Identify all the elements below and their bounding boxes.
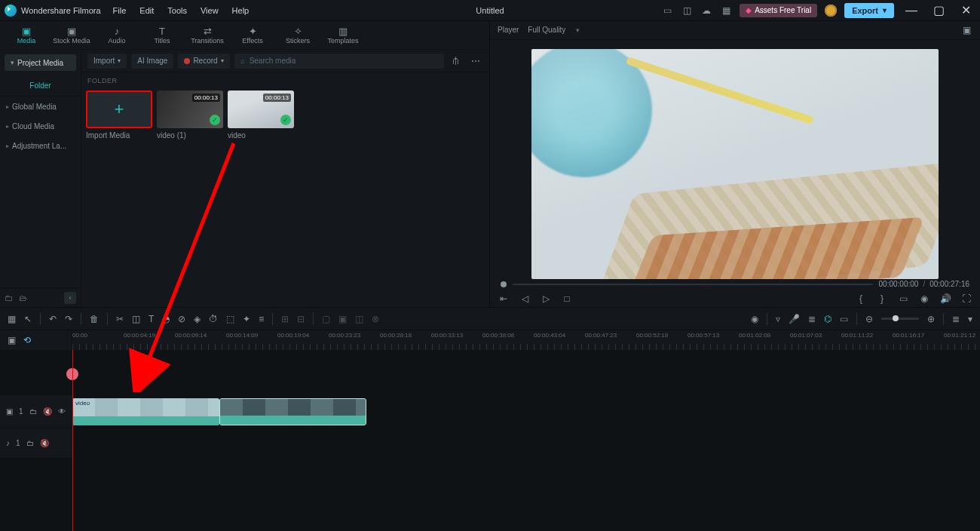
group-icon[interactable]: ⊞	[281, 314, 289, 324]
apps-icon[interactable]: ▦	[720, 5, 732, 17]
tab-stickers[interactable]: ✧Stickers	[279, 23, 317, 48]
snap-icon[interactable]: ▭	[840, 314, 848, 324]
assets-free-trial-badge[interactable]: ◆ Assets Free Trial	[740, 4, 817, 17]
fullscreen-icon[interactable]: ⛶	[960, 293, 972, 304]
coin-icon[interactable]	[825, 5, 837, 17]
display-mode-icon[interactable]: ▭	[897, 293, 909, 304]
mute-icon[interactable]: 🔇	[43, 407, 52, 416]
scrub-handle[interactable]	[501, 281, 507, 287]
tab-stock-media[interactable]: ▣Stock Media	[53, 23, 90, 48]
tab-titles[interactable]: TTitles	[143, 23, 181, 48]
tab-transitions[interactable]: ⇄Transitions	[188, 23, 226, 48]
maximize-button[interactable]: ▢	[929, 2, 948, 19]
speed-circle-icon[interactable]: ◔	[162, 314, 170, 324]
import-media-tile[interactable]: + Import Media	[86, 91, 152, 140]
track-link-icon[interactable]: ⟲	[23, 335, 31, 345]
more-icon[interactable]: ⋯	[468, 54, 483, 69]
export-button[interactable]: Export ▾	[844, 3, 894, 18]
menu-help[interactable]: Help	[232, 6, 250, 15]
media-thumb-video2[interactable]: 00:00:13✓ video	[228, 91, 294, 140]
minimize-button[interactable]: —	[902, 2, 921, 19]
record-dropdown[interactable]: Record▾	[178, 54, 229, 69]
cloud-icon[interactable]: ☁	[700, 5, 712, 17]
ungroup-icon[interactable]: ⊟	[297, 314, 305, 324]
tab-media[interactable]: ▣Media	[8, 23, 45, 48]
text-tool-icon[interactable]: T	[149, 314, 154, 324]
mute-icon[interactable]: 🔇	[40, 439, 49, 447]
tool-a-icon[interactable]: ▢	[322, 314, 330, 324]
split-icon[interactable]: ✂	[116, 314, 124, 324]
tab-audio[interactable]: ♪Audio	[98, 23, 136, 48]
sidebar-item-adjustment-layer[interactable]: ▸Adjustment La...	[0, 136, 81, 155]
redo-icon[interactable]: ↷	[65, 314, 72, 324]
media-icon[interactable]: ◫	[681, 5, 693, 17]
tab-templates[interactable]: ▥Templates	[324, 23, 362, 48]
menu-edit[interactable]: Edit	[139, 6, 154, 15]
track-collapse-icon[interactable]: ▣	[8, 335, 16, 345]
timeline-clip-1[interactable]: video	[72, 398, 219, 425]
play-icon[interactable]: ▷	[540, 293, 552, 304]
project-media-button[interactable]: ▾ Project Media	[5, 54, 76, 71]
zoom-slider[interactable]	[881, 318, 919, 320]
speed-icon[interactable]: ⏱	[209, 314, 218, 324]
plus-icon: +	[115, 100, 124, 119]
lock-icon[interactable]: 🗀	[29, 407, 37, 416]
volume-icon[interactable]: 🔊	[939, 293, 951, 304]
grid-icon[interactable]: ▦	[8, 314, 16, 324]
list-view-icon[interactable]: ≣	[952, 314, 960, 324]
display-icon[interactable]: ▭	[661, 5, 673, 17]
visibility-icon[interactable]: 👁	[58, 407, 66, 416]
media-thumb-video1[interactable]: 00:00:13✓ video (1)	[157, 91, 223, 140]
magnet-icon[interactable]: ⌬	[824, 314, 831, 324]
mixer-icon[interactable]: ≣	[808, 314, 816, 324]
adjust-icon[interactable]: ≡	[259, 314, 264, 324]
tab-effects[interactable]: ✦Effects	[234, 23, 271, 48]
scrub-track[interactable]	[513, 284, 873, 285]
tool-d-icon[interactable]: ⊗	[372, 314, 379, 324]
folder-header[interactable]: Folder	[0, 75, 81, 97]
close-button[interactable]: ✕	[956, 2, 975, 19]
chevron-down-icon[interactable]: ▾	[968, 314, 972, 324]
folder-icon[interactable]: 🗁	[19, 293, 27, 302]
import-dropdown[interactable]: Import▾	[87, 54, 127, 69]
effects-tool-icon[interactable]: ✦	[243, 314, 250, 324]
collapse-sidebar-button[interactable]: ‹	[64, 292, 76, 304]
filter-icon[interactable]: ⫛	[449, 54, 464, 69]
sidebar-item-global-media[interactable]: ▸Global Media	[0, 97, 81, 116]
undo-icon[interactable]: ↶	[49, 314, 57, 324]
lock-icon[interactable]: 🗀	[26, 439, 34, 447]
render-icon[interactable]: ◉	[751, 314, 758, 324]
sidebar-item-cloud-media[interactable]: ▸Cloud Media	[0, 116, 81, 136]
marker-icon[interactable]: ▿	[776, 314, 780, 324]
snapshot-icon[interactable]: ▣	[960, 24, 972, 36]
link-icon[interactable]: ⊘	[178, 314, 185, 324]
tool-b-icon[interactable]: ▣	[338, 314, 347, 324]
tool-c-icon[interactable]: ◫	[355, 314, 363, 324]
ai-image-button[interactable]: AI Image	[131, 54, 173, 69]
quality-dropdown[interactable]: Full Quality ▾	[528, 26, 580, 34]
cursor-icon[interactable]: ↖	[24, 314, 32, 324]
prev-frame-icon[interactable]: ⇤	[498, 293, 510, 304]
timeline-tracks[interactable]: ▣ 1 🗀 🔇 👁 video	[0, 350, 980, 531]
scrub-bar[interactable]: 00:00:00:00 / 00:00:27:16	[490, 279, 980, 290]
zoom-knob[interactable]	[893, 315, 899, 321]
play-backward-icon[interactable]: ◁	[519, 293, 531, 304]
search-input[interactable]: ⌕ Search media	[234, 54, 444, 69]
camera-icon[interactable]: ◉	[918, 293, 930, 304]
menu-file[interactable]: File	[113, 6, 127, 15]
timeline-ruler[interactable]: ▣ ⟲ 00:0000:00:04:1900:00:09:1400:00:14:…	[0, 330, 980, 350]
timeline-clip-2[interactable]	[219, 398, 366, 425]
stop-icon[interactable]: □	[561, 293, 573, 304]
mark-out-icon[interactable]: }	[876, 293, 888, 304]
keyframe-icon[interactable]: ◈	[194, 314, 201, 324]
menu-tools[interactable]: Tools	[167, 6, 187, 15]
new-folder-icon[interactable]: 🗀	[5, 293, 13, 302]
color-icon[interactable]: ⬚	[226, 314, 234, 324]
menu-view[interactable]: View	[201, 6, 219, 15]
zoom-out-icon[interactable]: ⊖	[865, 314, 873, 324]
mark-in-icon[interactable]: {	[855, 293, 867, 304]
crop-icon[interactable]: ◫	[132, 314, 140, 324]
delete-icon[interactable]: 🗑	[90, 314, 99, 324]
mic-icon[interactable]: 🎤	[789, 314, 800, 324]
zoom-in-icon[interactable]: ⊕	[927, 314, 935, 324]
